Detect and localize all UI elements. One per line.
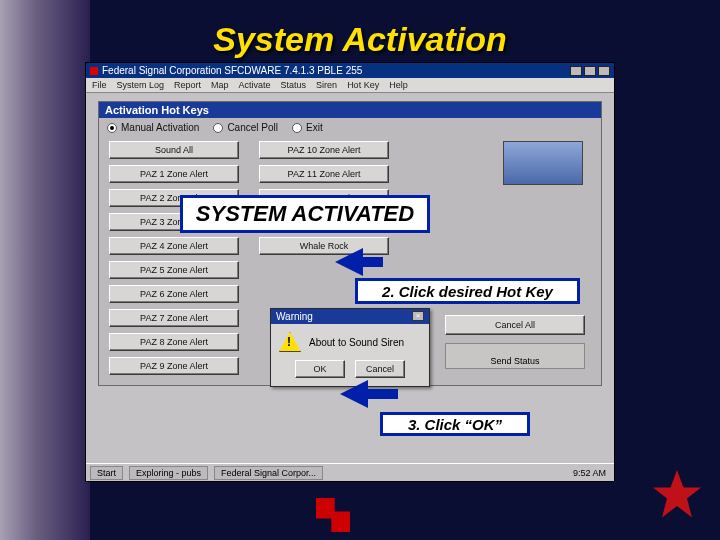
radio-cancel-poll[interactable]: Cancel Poll bbox=[213, 122, 278, 133]
hotkey-button[interactable]: PAZ 10 Zone Alert bbox=[259, 141, 389, 159]
ok-button[interactable]: OK bbox=[295, 360, 345, 378]
menu-item[interactable]: Hot Key bbox=[347, 80, 379, 90]
menu-item[interactable]: File bbox=[92, 80, 107, 90]
dialog-title-text: Warning bbox=[276, 311, 313, 322]
dialog-titlebar: Warning × bbox=[271, 309, 429, 324]
hotkey-button[interactable]: PAZ 4 Zone Alert bbox=[109, 237, 239, 255]
window-titlebar: Federal Signal Corporation SFCDWARE 7.4.… bbox=[86, 63, 614, 78]
hotkey-button[interactable]: Sound All bbox=[109, 141, 239, 159]
radio-manual-activation[interactable]: Manual Activation bbox=[107, 122, 199, 133]
federal-signal-logo-icon bbox=[316, 498, 350, 532]
cancel-all-button[interactable]: Cancel All bbox=[445, 315, 585, 335]
send-status-box: Send Status bbox=[445, 343, 585, 369]
maximize-button[interactable] bbox=[584, 66, 596, 76]
radio-dot-icon bbox=[292, 123, 302, 133]
hotkey-button[interactable]: PAZ 7 Zone Alert bbox=[109, 309, 239, 327]
menu-item[interactable]: Siren bbox=[316, 80, 337, 90]
dialog-message: About to Sound Siren bbox=[309, 337, 404, 348]
arrow-to-ok-icon bbox=[340, 380, 368, 408]
star-bullet-icon bbox=[652, 470, 702, 520]
close-button[interactable] bbox=[598, 66, 610, 76]
menu-bar: File System Log Report Map Activate Stat… bbox=[86, 78, 614, 93]
hotkey-column-1: Sound All PAZ 1 Zone Alert PAZ 2 Zone Al… bbox=[109, 141, 239, 375]
menu-item[interactable]: System Log bbox=[117, 80, 165, 90]
preview-image bbox=[503, 141, 583, 185]
menu-item[interactable]: Help bbox=[389, 80, 408, 90]
radio-exit[interactable]: Exit bbox=[292, 122, 323, 133]
menu-item[interactable]: Report bbox=[174, 80, 201, 90]
overlay-step-2: 2. Click desired Hot Key bbox=[355, 278, 580, 304]
hotkey-button[interactable]: PAZ 9 Zone Alert bbox=[109, 357, 239, 375]
window-title-text: Federal Signal Corporation SFCDWARE 7.4.… bbox=[102, 65, 362, 76]
taskbar: Start Exploring - pubs Federal Signal Co… bbox=[86, 463, 614, 481]
menu-item[interactable]: Status bbox=[281, 80, 307, 90]
warning-dialog: Warning × About to Sound Siren OK Cancel bbox=[270, 308, 430, 387]
menu-item[interactable]: Map bbox=[211, 80, 229, 90]
hotkey-button[interactable]: Whale Rock bbox=[259, 237, 389, 255]
hotkey-button[interactable]: PAZ 11 Zone Alert bbox=[259, 165, 389, 183]
dialog-close-button[interactable]: × bbox=[412, 311, 424, 321]
minimize-button[interactable] bbox=[570, 66, 582, 76]
background-stripe bbox=[0, 0, 90, 540]
app-icon bbox=[90, 67, 98, 75]
arrow-to-hotkey-icon bbox=[335, 248, 363, 276]
slide-title: System Activation bbox=[0, 20, 720, 59]
hotkey-button[interactable]: PAZ 8 Zone Alert bbox=[109, 333, 239, 351]
radio-dot-icon bbox=[107, 123, 117, 133]
hotkey-button[interactable]: PAZ 1 Zone Alert bbox=[109, 165, 239, 183]
menu-item[interactable]: Activate bbox=[239, 80, 271, 90]
radio-dot-icon bbox=[213, 123, 223, 133]
overlay-step-3: 3. Click “OK” bbox=[380, 412, 530, 436]
panel-title: Activation Hot Keys bbox=[99, 102, 601, 118]
start-button[interactable]: Start bbox=[90, 466, 123, 480]
taskbar-task[interactable]: Exploring - pubs bbox=[129, 466, 208, 480]
warning-icon bbox=[279, 332, 301, 352]
taskbar-task[interactable]: Federal Signal Corpor... bbox=[214, 466, 323, 480]
hotkey-button[interactable]: PAZ 6 Zone Alert bbox=[109, 285, 239, 303]
window-controls bbox=[570, 66, 610, 76]
taskbar-clock: 9:52 AM bbox=[569, 468, 610, 478]
activation-mode-radios: Manual Activation Cancel Poll Exit bbox=[99, 118, 601, 135]
overlay-system-activated: SYSTEM ACTIVATED bbox=[180, 195, 430, 233]
cancel-button[interactable]: Cancel bbox=[355, 360, 405, 378]
hotkey-button[interactable]: PAZ 5 Zone Alert bbox=[109, 261, 239, 279]
